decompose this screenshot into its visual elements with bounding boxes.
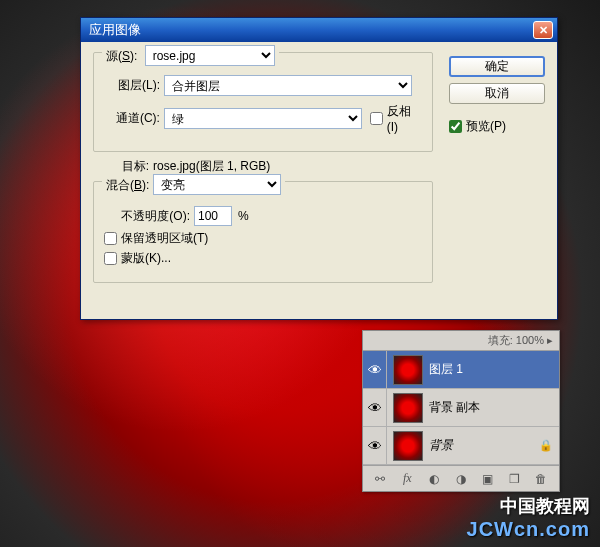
dialog-title: 应用图像 [89,21,533,39]
blend-fieldset: 混合(B): 变亮 不透明度(O): % 保留透明区域(T) 蒙版(K)... [93,181,433,283]
watermark-line1: 中国教程网 [467,494,590,518]
layer-row[interactable]: 👁 背景 副本 [363,389,559,427]
mask-icon[interactable]: ◐ [425,471,443,487]
close-button[interactable]: ✕ [533,21,553,39]
layer-row[interactable]: 👁 背景 🔒 [363,427,559,465]
layer-name[interactable]: 背景 [429,437,539,454]
visibility-icon[interactable]: 👁 [368,362,382,378]
target-label: 目标: [93,158,149,175]
group-icon[interactable]: ▣ [479,471,497,487]
preserve-transparency-label: 保留透明区域(T) [121,230,208,247]
layer-name[interactable]: 背景 副本 [429,399,559,416]
visibility-icon[interactable]: 👁 [368,400,382,416]
dialog-buttons: 确定 取消 预览(P) [449,56,545,135]
target-row: 目标: rose.jpg(图层 1, RGB) [93,158,433,175]
fill-label: 填充: 100% ▸ [488,333,553,348]
blend-legend: 混合(B): 变亮 [102,174,285,195]
invert-checkbox[interactable] [370,112,383,125]
cancel-button[interactable]: 取消 [449,83,545,104]
opacity-label: 不透明度(O): [104,208,190,225]
source-legend: 源(S): rose.jpg [102,45,279,66]
mask-label: 蒙版(K)... [121,250,171,267]
mask-checkbox[interactable] [104,252,117,265]
source-select[interactable]: rose.jpg [145,45,275,66]
opacity-unit: % [238,209,249,223]
layer-thumbnail[interactable] [393,431,423,461]
channel-select[interactable]: 绿 [164,108,362,129]
preview-checkbox[interactable] [449,120,462,133]
invert-label: 反相(I) [387,103,422,134]
dialog-titlebar[interactable]: 应用图像 ✕ [81,18,557,42]
layers-panel-footer: ⚯ fx ◐ ◑ ▣ ❐ 🗑 [363,465,559,491]
preserve-transparency-checkbox[interactable] [104,232,117,245]
lock-icon: 🔒 [539,439,553,452]
layer-list: 👁 图层 1 👁 背景 副本 👁 背景 🔒 [363,351,559,465]
blend-mode-select[interactable]: 变亮 [153,174,281,195]
adjustment-icon[interactable]: ◑ [452,471,470,487]
opacity-input[interactable] [194,206,232,226]
link-icon[interactable]: ⚯ [371,471,389,487]
layer-select[interactable]: 合并图层 [164,75,412,96]
source-fieldset: 源(S): rose.jpg 图层(L): 合并图层 通道(C): 绿 [93,52,433,152]
trash-icon[interactable]: 🗑 [532,471,550,487]
target-value: rose.jpg(图层 1, RGB) [153,158,270,175]
layer-row[interactable]: 👁 图层 1 [363,351,559,389]
fx-icon[interactable]: fx [398,471,416,487]
layer-thumbnail[interactable] [393,393,423,423]
watermark-line2: JCWcn.com [467,518,590,541]
watermark: 中国教程网 JCWcn.com [467,494,590,541]
visibility-icon[interactable]: 👁 [368,438,382,454]
layer-thumbnail[interactable] [393,355,423,385]
ok-button[interactable]: 确定 [449,56,545,77]
layer-name[interactable]: 图层 1 [429,361,559,378]
new-layer-icon[interactable]: ❐ [506,471,524,487]
preview-label: 预览(P) [466,118,506,135]
channel-label: 通道(C): [104,110,160,127]
layer-label: 图层(L): [104,77,160,94]
apply-image-dialog: 应用图像 ✕ 源(S): rose.jpg 图层(L): 合并图层 通道(C): [80,17,558,320]
layers-panel-header: 填充: 100% ▸ [363,331,559,351]
layers-panel: 填充: 100% ▸ 👁 图层 1 👁 背景 副本 👁 背景 🔒 ⚯ fx ◐ … [362,330,560,492]
close-icon: ✕ [539,24,548,37]
